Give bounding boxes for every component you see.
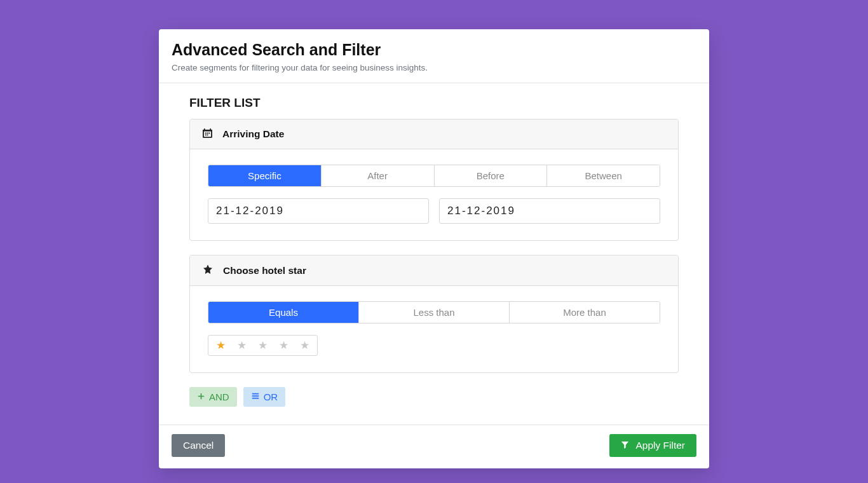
filter-title: Choose hotel star <box>223 265 306 276</box>
star-4[interactable]: ★ <box>279 339 288 352</box>
and-button[interactable]: AND <box>189 387 237 407</box>
tab-between[interactable]: Between <box>547 165 660 186</box>
filter-modal: Advanced Search and Filter Create segmen… <box>159 29 709 468</box>
modal-subtitle: Create segments for filtering your data … <box>172 63 696 72</box>
list-icon <box>251 391 260 402</box>
apply-filter-button[interactable]: Apply Filter <box>609 434 696 457</box>
filter-title: Arriving Date <box>222 128 284 140</box>
star-3[interactable]: ★ <box>258 339 268 352</box>
plus-icon <box>197 391 205 402</box>
modal-body: Filter List Arriving Date Specific After… <box>159 83 709 425</box>
tab-more-than[interactable]: More than <box>510 302 660 323</box>
star-mode-segmented: Equals Less than More than <box>208 301 660 323</box>
filter-list-heading: Filter List <box>189 96 679 110</box>
filter-card-arriving-date: Arriving Date Specific After Before Betw… <box>189 119 679 241</box>
star-5[interactable]: ★ <box>300 339 309 352</box>
or-label: OR <box>264 391 278 402</box>
logic-button-row: AND OR <box>189 387 679 407</box>
date-inputs-row <box>208 198 660 224</box>
or-button[interactable]: OR <box>243 387 286 407</box>
star-rating-picker: ★ ★ ★ ★ ★ <box>208 335 318 356</box>
tab-less-than[interactable]: Less than <box>359 302 510 323</box>
modal-title: Advanced Search and Filter <box>172 41 696 59</box>
and-label: AND <box>209 391 229 402</box>
filter-card-header: Arriving Date <box>190 119 678 149</box>
filter-card-header: Choose hotel star <box>190 255 678 286</box>
tab-equals[interactable]: Equals <box>208 302 359 323</box>
star-1[interactable]: ★ <box>216 339 226 352</box>
tab-after[interactable]: After <box>322 165 435 186</box>
star-icon <box>203 264 213 276</box>
cancel-button[interactable]: Cancel <box>172 434 225 457</box>
date-mode-segmented: Specific After Before Between <box>208 165 660 187</box>
filter-card-body: Specific After Before Between <box>190 149 678 240</box>
filter-card-body: Equals Less than More than ★ ★ ★ ★ ★ <box>190 286 678 372</box>
modal-footer: Cancel Apply Filter <box>159 425 709 468</box>
filter-card-hotel-star: Choose hotel star Equals Less than More … <box>189 255 679 373</box>
funnel-icon <box>621 440 629 451</box>
apply-label: Apply Filter <box>635 440 685 451</box>
modal-header: Advanced Search and Filter Create segmen… <box>159 29 709 83</box>
calendar-icon <box>203 128 212 140</box>
star-2[interactable]: ★ <box>237 339 247 352</box>
tab-before[interactable]: Before <box>435 165 548 186</box>
date-from-input[interactable] <box>208 198 429 224</box>
date-to-input[interactable] <box>439 198 660 224</box>
tab-specific[interactable]: Specific <box>208 165 322 186</box>
